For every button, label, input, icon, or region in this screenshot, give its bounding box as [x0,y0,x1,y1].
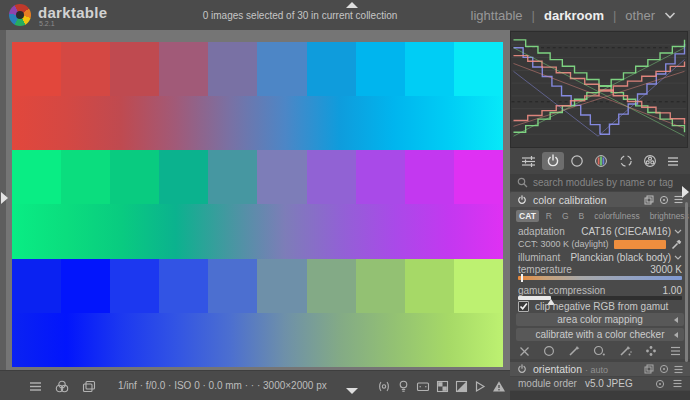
color-picker-eyedropper-icon[interactable] [671,239,682,250]
active-modules-group-icon[interactable] [542,152,564,170]
raster-mask-icon[interactable] [645,345,657,357]
cct-row: CCT: 3000 K (daylight) [510,238,690,250]
tab-brightness[interactable]: brightness [647,210,690,222]
waveform-histogram[interactable] [510,31,688,148]
gradient-row-blue-green [12,259,503,367]
smooth-gradient [12,313,503,367]
channel-tabs: CAT R G B colorfulness brightness gray [510,209,690,222]
drawn-mask-icon[interactable] [568,345,580,357]
smooth-gradient [12,96,503,150]
adaptation-combobox[interactable]: CAT16 (CIECAM16) [581,226,671,237]
reset-parameters-icon[interactable] [659,195,669,205]
focus-peaking-icon[interactable] [376,379,392,394]
module-header-icons [644,195,683,205]
parametric-mask-icon[interactable] [593,345,606,357]
tab-b[interactable]: B [576,210,588,222]
correct-modules-group-icon[interactable] [615,152,637,170]
bottom-panel-collapse-arrow[interactable] [346,388,358,394]
blend-mask-toolbar [510,343,690,359]
views-chevron-down-icon[interactable] [664,12,676,19]
left-panel-expand-arrow[interactable] [1,192,8,204]
temperature-row: temperature 3000 K [510,263,690,275]
illuminant-combobox[interactable]: Planckian (black body) [570,252,671,263]
color-assessment-icon[interactable] [54,379,70,394]
bottom-toolbar: 1/inf · f/0.0 · ISO 0 · 0.0 mm · · · 300… [0,370,510,400]
duplicate-manager-icon[interactable] [81,379,97,394]
clip-negative-rgb-checkbox[interactable] [518,301,529,312]
button-label: calibrate with a color checker [536,329,665,340]
chevron-down-icon[interactable] [674,229,682,234]
stepped-gradient [12,150,503,204]
right-panel: color calibration CAT R G B [510,30,690,400]
slideshow-play-icon[interactable] [473,379,487,394]
reset-parameters-icon[interactable] [655,379,665,389]
presets-menu-icon[interactable] [663,154,683,169]
color-calibration-module: color calibration CAT R G B [510,192,690,359]
hamburger-menu-icon[interactable] [28,380,43,393]
temperature-slider[interactable] [518,276,682,280]
view-other[interactable]: other [625,8,655,23]
drawn-parametric-mask-icon[interactable] [619,345,632,357]
second-window-icon[interactable] [415,379,431,394]
image-canvas [12,42,503,367]
iso12646-lamp-icon[interactable] [396,379,411,394]
module-power-icon[interactable] [517,195,527,205]
presets-icon[interactable] [673,379,682,388]
orientation-module-header[interactable]: orientation · auto [510,362,690,376]
color-calibration-header[interactable]: color calibration [510,192,690,207]
temperature-label: temperature [518,264,650,275]
bottom-right-icons [376,371,527,400]
base-modules-group-icon[interactable] [566,152,588,170]
button-label: area color mapping [557,314,643,325]
gamut-check-icon[interactable] [454,379,469,394]
module-title: color calibration [533,194,638,206]
gamut-compression-label: gamut compression [518,285,663,296]
stepped-gradient [12,259,503,313]
clip-negative-rgb-row: clip negative RGB from gamut [510,300,690,312]
module-power-icon[interactable] [517,364,527,374]
multi-instance-icon[interactable] [644,195,654,205]
reset-parameters-icon[interactable] [659,364,669,374]
app-name: darktable [38,4,107,21]
view-separator: | [532,8,535,23]
clip-negative-rgb-label: clip negative RGB from gamut [535,301,668,312]
smooth-gradient [12,204,503,258]
area-color-mapping-button[interactable]: area color mapping [516,313,684,326]
quick-access-panel-icon[interactable] [517,153,540,170]
module-order-value: v5.0 JPEG [585,378,647,389]
cct-color-swatch[interactable] [614,240,666,249]
presets-icon[interactable] [674,365,683,374]
blend-menu-icon[interactable] [670,346,681,356]
tab-r[interactable]: R [543,210,555,222]
view-lighttable[interactable]: lighttable [471,8,523,23]
temperature-value: 3000 K [650,264,682,275]
softproof-icon[interactable] [435,379,450,394]
darktable-window: darktable 5.2.1 0 images selected of 30 … [0,0,690,400]
module-header-icons [644,364,683,374]
right-panel-collapse-arrow[interactable] [682,186,689,198]
top-panel-collapse-arrow[interactable] [346,2,358,8]
module-search-input[interactable] [533,177,683,188]
module-title: orientation · auto [533,363,638,375]
effects-modules-group-icon[interactable] [639,152,661,170]
blend-uniform-icon[interactable] [543,345,555,357]
tab-cat[interactable]: CAT [516,210,539,222]
illuminant-row: illuminant Planckian (black body) [510,251,690,263]
image-info-line: 1/inf · f/0.0 · ISO 0 · 0.0 mm · · · 300… [118,380,327,391]
adaptation-row: adaptation CAT16 (CIECAM16) [510,225,690,237]
blend-off-icon[interactable] [519,346,530,357]
tab-g[interactable]: G [559,210,572,222]
right-panel-scrollbar[interactable] [685,202,688,362]
overexposure-warning-icon[interactable] [491,379,507,394]
view-darkroom[interactable]: darkroom [544,8,604,23]
color-modules-group-icon[interactable] [590,152,612,170]
module-order-row[interactable]: module order v5.0 JPEG [510,377,690,390]
multi-instance-icon[interactable] [644,364,654,374]
gamut-compression-value: 1.00 [663,285,682,296]
calibrate-color-checker-button[interactable]: calibrate with a color checker [516,328,684,341]
logo-hub [16,11,24,19]
chevron-down-icon[interactable] [674,255,682,260]
center-canvas-area [0,30,510,370]
temperature-slider-marker[interactable] [521,274,523,282]
tab-colorfulness[interactable]: colorfulness [591,210,642,222]
